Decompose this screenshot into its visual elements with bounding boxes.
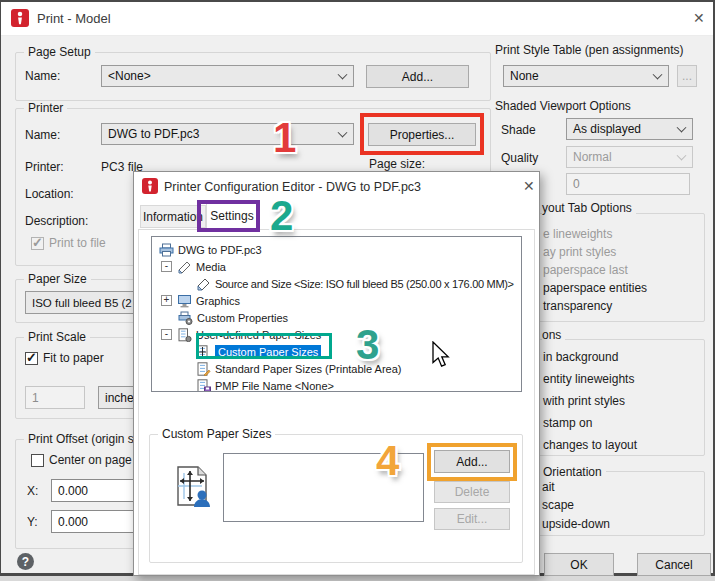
paper-size-group-label: Paper Size [24,272,91,286]
ok-button[interactable]: OK [544,553,614,576]
layout-option-4: transparency [543,299,612,313]
description-label: Description: [25,214,88,228]
offset-y-value: 0.000 [58,515,88,529]
layout-option-1: ay print styles [543,245,616,259]
tree-item-label: PMP File Name <None> [215,380,334,392]
tree-item-media[interactable]: - Media [161,258,226,275]
dpi-input[interactable]: 0 [566,173,690,195]
properties-button[interactable]: Properties... [368,123,476,146]
graphics-icon [177,294,192,308]
editor-close-icon[interactable]: ✕ [523,179,535,193]
shaded-viewport-label: Shaded Viewport Options [495,99,631,113]
tree-item-label: Source and Size <Size: ISO full bleed B5… [215,278,514,290]
chevron-down-icon [338,70,348,80]
checkbox-check-icon [31,237,44,250]
edit-label: Edit... [457,512,488,526]
delete-paper-size-button[interactable]: Delete [434,481,510,503]
fit-to-paper-checkbox[interactable]: Fit to paper [25,351,104,365]
paper-size-value: ISO full bleed B5 (2 [32,297,132,309]
orientation-upside-down: upside-down [542,517,610,531]
ok-label: OK [570,558,587,572]
print-dialog-titlebar[interactable]: Print - Model ✕ [1,2,713,36]
collapse-icon[interactable]: - [161,329,172,340]
print-offset-group-label: Print Offset (origin set [24,432,148,446]
page-setup-name-select[interactable]: <None> [101,65,354,87]
printer-config-editor-dialog: Printer Configuration Editor - DWG to PD… [133,171,540,576]
device-settings-tree[interactable]: DWG to PDF.pc3 - Media Source and Size <… [151,236,522,392]
tree-item-custom-paper-sizes[interactable]: Custom Paper Sizes [196,343,321,360]
expand-icon[interactable]: + [161,295,172,306]
tree-item-custom-properties[interactable]: Custom Properties [178,309,288,326]
print-style-table-label: Print Style Table (pen assignments) [495,43,684,57]
offset-y-label: Y: [27,515,38,529]
tree-item-graphics[interactable]: + Graphics [161,292,240,309]
center-on-page-checkbox[interactable]: Center on page [31,453,132,467]
standard-paper-sizes-icon [196,362,211,376]
tab-settings-label: Settings [210,209,253,223]
printer-group-label: Printer [24,101,67,115]
print-style-table-select[interactable]: None [503,65,669,87]
add-page-setup-label: Add... [402,70,433,84]
collapse-icon[interactable]: - [161,261,172,272]
tab-information[interactable]: Information [140,205,206,228]
page-setup-name-value: <None> [108,69,151,83]
browse-label: ... [682,69,692,83]
quality-select[interactable]: Normal [566,146,693,168]
mouse-cursor [432,341,450,369]
shade-label: Shade [501,123,536,137]
shade-select[interactable]: As displayed [566,118,693,140]
custom-properties-icon [178,311,193,325]
app-icon [11,9,29,27]
tree-item-pmp-file-name[interactable]: PMP File Name <None> [196,377,334,392]
option-0: in background [543,350,618,364]
checkbox-check-icon [25,352,38,365]
close-icon[interactable]: ✕ [693,11,705,25]
add-page-setup-button[interactable]: Add... [366,65,469,88]
option-1: entity lineweights [543,372,634,386]
options-group-label: ons [542,328,565,342]
printer-name-select[interactable]: DWG to PDF.pc3 [101,123,354,145]
tab-settings[interactable]: Settings [206,203,258,229]
tree-item-user-defined-paper-sizes[interactable]: - User-defined Paper Sizes [161,326,321,343]
tree-item-root[interactable]: DWG to PDF.pc3 [159,241,262,258]
chevron-down-icon [653,70,663,80]
option-2: with print styles [543,394,625,408]
shade-value: As displayed [573,122,641,136]
offset-x-label: X: [27,484,38,498]
callout-step-1: 1 [273,117,296,159]
checkbox-box [31,454,44,467]
printer-icon [159,243,174,257]
tree-item-label: Graphics [196,295,240,307]
app-icon-glyph [11,9,29,27]
tab-information-label: Information [143,210,203,224]
layout-option-3: paperspace entities [543,281,647,295]
print-style-browse-button[interactable]: ... [677,65,697,87]
tree-item-label-selected: Custom Paper Sizes [215,345,321,359]
window-title: Print - Model [37,11,111,26]
chevron-down-icon [338,128,348,138]
orientation-group-label: Orientation [539,465,606,479]
offset-x-value: 0.000 [58,484,88,498]
page-setup-name-label: Name: [25,69,60,83]
help-icon[interactable]: ? [17,553,34,570]
print-to-file-checkbox[interactable]: Print to file [31,236,106,250]
tree-item-label: DWG to PDF.pc3 [178,244,262,256]
quality-value: Normal [573,150,612,164]
quality-label: Quality [501,151,538,165]
printer-name-label: Name: [25,128,60,142]
custom-paper-sizes-icon [196,345,211,359]
print-scale-group-label: Print Scale [24,330,90,344]
printer-name-value: DWG to PDF.pc3 [108,127,199,141]
edit-paper-size-button[interactable]: Edit... [434,508,510,530]
orientation-portrait: ait [542,480,555,494]
scale-value-input[interactable]: 1 [25,386,85,409]
tree-item-source-size[interactable]: Source and Size <Size: ISO full bleed B5… [196,275,514,292]
callout-step-3: 3 [356,324,379,366]
add-paper-size-button[interactable]: Add... [434,450,510,473]
chevron-down-icon [677,123,687,133]
source-size-icon [196,277,211,291]
custom-paper-sizes-group-label: Custom Paper Sizes [158,427,275,441]
layout-tab-options-label: yout Tab Options [542,201,636,215]
center-on-page-label: Center on page [49,453,132,467]
cancel-button[interactable]: Cancel [637,553,711,576]
